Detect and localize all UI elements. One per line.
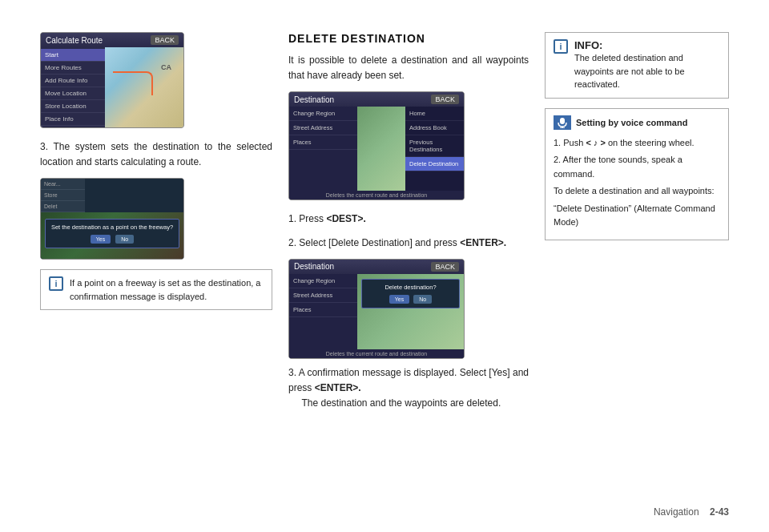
voice-header: Setting by voice command	[554, 115, 720, 130]
dest-screen2-back: BACK	[431, 262, 459, 272]
svg-rect-0	[560, 118, 565, 124]
dest-del-map: Delete destination? Yes No	[357, 274, 464, 349]
voice-step3-quote: “Delete Destination” (Alternate Command …	[554, 202, 720, 230]
dest-right-item-1: Address Book	[405, 121, 464, 135]
right-column: i INFO: The deleted destination and wayp…	[545, 32, 729, 419]
step3-left-num: 3.	[40, 141, 48, 152]
center-intro: It is possible to delete a destination a…	[288, 53, 529, 83]
center-step1: 1. Press <DEST>.	[288, 212, 529, 227]
dest-screen1-back: BACK	[431, 95, 459, 104]
menu-item-add-route: Add Route Info	[41, 75, 105, 87]
screen-header-calc: Calculate Route BACK	[41, 33, 183, 47]
center-step3: 3. A confirmation message is displayed. …	[288, 365, 529, 412]
page-footer: Navigation 2-43	[654, 506, 729, 518]
freeway-menu-item-1: Near...	[41, 179, 85, 190]
step3-center-line2: The destination and the waypoints are de…	[301, 397, 501, 409]
voice-icon	[554, 115, 571, 130]
back-button-calc: BACK	[151, 35, 179, 45]
dest-screen1-title: Destination	[294, 95, 334, 104]
dest-del-left-item-0: Change Region	[289, 274, 357, 288]
freeway-left-menu: Near... Store Delet	[41, 179, 85, 212]
info-icon-left: i	[49, 276, 63, 291]
info-right-title: INFO:	[574, 39, 602, 51]
step3-left: 3. The system sets the destination to th…	[40, 139, 272, 170]
dest-screen2-title: Destination	[294, 262, 334, 271]
dest-left-item-2: Places	[289, 135, 357, 150]
center-step2: 2. Select [Delete Destination] and press…	[288, 236, 529, 251]
freeway-menu-item-2: Store	[41, 190, 85, 201]
freeway-menu-item-3: Delet	[41, 201, 85, 212]
step3-left-text: The system sets the destination to the s…	[40, 141, 272, 167]
voice-step1-end: on the steering wheel.	[608, 138, 695, 147]
freeway-yes-button: Yes	[91, 235, 111, 244]
step3-center-kbd: <ENTER>.	[315, 382, 361, 393]
menu-item-start: Start	[41, 49, 105, 62]
dest-del-left-item-2: Places	[289, 303, 357, 317]
left-column: Calculate Route BACK Start More Routes A…	[40, 32, 288, 419]
dest-left-item-0: Change Region	[289, 107, 357, 121]
info-icon-right: i	[554, 39, 568, 54]
voice-step1: 1. Push < ♪ > on the steering wheel.	[554, 136, 720, 151]
freeway-dialog-text: Set the destination as a point on the fr…	[50, 224, 174, 231]
voice-step1-text: 1. Push	[554, 138, 583, 147]
calc-route-menu: Start More Routes Add Route Info Move Lo…	[41, 47, 105, 127]
info-text-left: If a point on a freeway is set as the de…	[70, 276, 264, 303]
dest-del-screen-body: Change Region Street Address Places Dele…	[289, 274, 464, 358]
menu-item-place-info: Place Info	[41, 113, 105, 126]
step1-kbd: <DEST>.	[326, 213, 365, 224]
calculate-route-screen: Calculate Route BACK Start More Routes A…	[40, 32, 184, 128]
step1-num: 1.	[288, 213, 296, 224]
step1-text: Press	[299, 213, 324, 224]
dest-left-menu: Change Region Street Address Places	[289, 107, 357, 191]
dest-right-menu: Home Address Book Previous Destinations …	[405, 107, 464, 191]
menu-item-move-location: Move Location	[41, 87, 105, 100]
dest-left-item-1: Street Address	[289, 121, 357, 135]
voice-step3-intro: To delete a destination and all waypoint…	[554, 184, 720, 199]
nav-label: Navigation	[654, 506, 699, 518]
info-box-right: i INFO: The deleted destination and wayp…	[545, 32, 729, 99]
step2-num: 2.	[288, 237, 296, 248]
freeway-map-area: Set the destination as a point on the fr…	[41, 212, 183, 259]
menu-item-store-location: Store Location	[41, 100, 105, 113]
step2-kbd: <ENTER>.	[460, 237, 506, 248]
delete-no-button: No	[413, 295, 432, 304]
dest-right-item-0: Home	[405, 107, 464, 121]
map-route-line	[113, 71, 153, 95]
dest-right-item-3: Delete Destination	[405, 157, 464, 171]
delete-yes-button: Yes	[389, 295, 409, 304]
info-right-content: INFO: The deleted destination and waypoi…	[574, 39, 720, 91]
info-box-left: i If a point on a freeway is set as the …	[40, 269, 272, 310]
freeway-screen: Near... Store Delet Set the destination …	[40, 178, 184, 260]
step2-text: Select [Delete Destination] and press	[299, 237, 457, 248]
dest-del-left: Change Region Street Address Places	[289, 274, 357, 349]
dest-footer-1: Deletes the current route and destinatio…	[289, 191, 464, 200]
voice-step2: 2. After the tone sounds, speak a comman…	[554, 153, 720, 181]
microphone-icon	[557, 117, 568, 128]
page-number: 2-43	[710, 506, 729, 518]
voice-title: Setting by voice command	[576, 118, 687, 127]
freeway-dialog-buttons: Yes No	[50, 235, 174, 244]
dest-del-main: Change Region Street Address Places Dele…	[289, 274, 464, 349]
center-column: DELETE DESTINATION It is possible to del…	[288, 32, 545, 419]
voice-steps: 1. Push < ♪ > on the steering wheel. 2. …	[554, 136, 720, 231]
delete-dialog-text: Delete destination?	[368, 284, 453, 291]
section-title: DELETE DESTINATION	[288, 32, 529, 45]
dest-screen1-body: Change Region Street Address Places Home…	[289, 107, 464, 191]
center-intro-text: It is possible to delete a destination a…	[288, 53, 529, 83]
destination-screen-1: Destination BACK Change Region Street Ad…	[288, 91, 465, 200]
freeway-dialog: Set the destination as a point on the fr…	[45, 219, 179, 248]
step3-center-num: 3.	[288, 367, 296, 378]
info-icon-right-label: i	[559, 42, 562, 51]
dest-footer-2: Deletes the current route and destinatio…	[289, 349, 464, 358]
freeway-no-button: No	[115, 235, 134, 244]
delete-dialog: Delete destination? Yes No	[361, 279, 460, 308]
destination-screen-2: Destination BACK Change Region Street Ad…	[288, 259, 465, 359]
delete-dialog-buttons: Yes No	[368, 295, 453, 304]
info-icon-label: i	[54, 279, 57, 288]
info-right-text: The deleted destination and waypoints ar…	[574, 53, 685, 89]
map-label-ca: CA	[161, 63, 171, 71]
dest-map-small	[357, 107, 405, 191]
calc-route-map: CA	[105, 47, 183, 127]
voice-step1-symbol: < ♪ >	[586, 138, 605, 147]
menu-item-more-routes: More Routes	[41, 62, 105, 75]
